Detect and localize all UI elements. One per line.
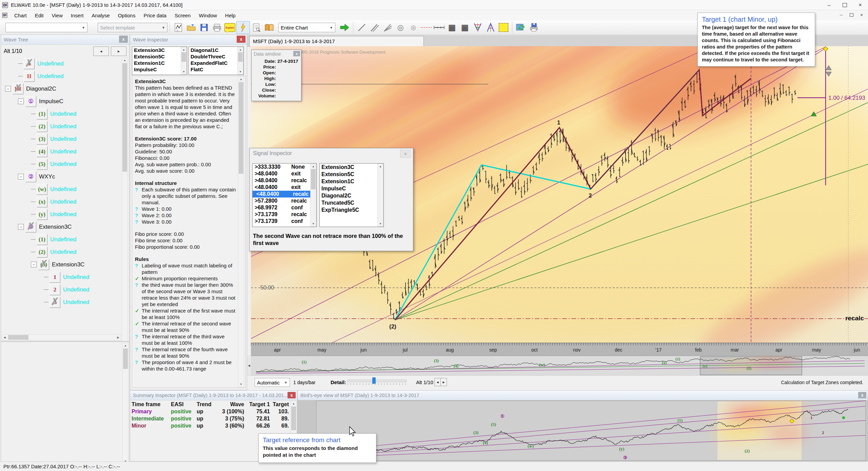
- fibo-ruler-tool-button[interactable]: [420, 21, 433, 34]
- pattern-list-right[interactable]: Diagonal1CDoubleThreeCExpandedFlatCFlatC…: [189, 46, 244, 75]
- go-button[interactable]: [338, 21, 351, 34]
- channel-v-tool-button[interactable]: [471, 21, 484, 34]
- pattern-item[interactable]: Diagonal1C: [189, 47, 243, 53]
- wave-tree-lower-vscroll[interactable]: ▲ ▼: [122, 343, 129, 464]
- menu-item-screen[interactable]: Screen: [171, 11, 195, 20]
- tree-expander-icon[interactable]: −: [5, 86, 11, 92]
- spiral2-tool-button[interactable]: ◎: [407, 21, 420, 34]
- print-button[interactable]: [211, 21, 223, 34]
- tree-row[interactable]: −③✗Extension3C: [2, 221, 121, 233]
- mdi-minimize-icon[interactable]: ─: [836, 11, 846, 19]
- chart-tab[interactable]: MSFT (Daily) 1-9-2013 to 14-3-2017: [249, 36, 424, 46]
- trendline-tool-button[interactable]: [355, 21, 368, 34]
- wave-tree-close-icon[interactable]: x: [119, 36, 128, 43]
- signal-item[interactable]: <48.0400exit: [253, 184, 316, 191]
- tree-row[interactable]: 2Undefined: [2, 283, 121, 296]
- data-window-close-icon[interactable]: x: [293, 51, 300, 56]
- signal-item[interactable]: >73.1739recalc: [253, 211, 316, 218]
- tree-row[interactable]: (1)Undefined: [2, 233, 121, 246]
- wave-tree-vscroll[interactable]: ▲ ▼: [122, 57, 128, 368]
- signal-inspector-close-icon[interactable]: x: [400, 150, 411, 158]
- signal-pattern-item[interactable]: Truncated5C: [320, 199, 383, 206]
- signal-pattern-item[interactable]: ExpTriangle5C: [320, 206, 383, 213]
- template-combo[interactable]: ▼: [5, 23, 87, 32]
- open-template-button[interactable]: [185, 21, 198, 34]
- tree-row[interactable]: IIUndefined: [2, 70, 121, 82]
- tree-row[interactable]: (w)Undefined: [2, 183, 121, 195]
- zoom-mode-combo[interactable]: Automatic▼: [255, 378, 290, 387]
- summary-close-icon[interactable]: x: [288, 392, 296, 398]
- tree-row[interactable]: (5)Undefined: [2, 158, 121, 170]
- nav-scroll-left-icon[interactable]: ◀: [247, 356, 251, 375]
- measure-tool-button[interactable]: [433, 21, 446, 34]
- tree-row[interactable]: 1Undefined: [2, 271, 121, 283]
- book-button[interactable]: [263, 21, 276, 34]
- pattern-item[interactable]: Extension3C: [132, 47, 187, 53]
- detail-slider-track[interactable]: [348, 380, 407, 382]
- signal-list[interactable]: >333.3330None>48.0400exit>48.0400recalc<…: [252, 163, 317, 227]
- wave-tree-hscroll[interactable]: ◀▶: [2, 334, 121, 340]
- signal-pattern-item[interactable]: Diagonal2C: [320, 192, 383, 199]
- signal-item[interactable]: >333.3330None: [253, 164, 316, 170]
- pattern-item-vscroll[interactable]: ▲▼: [181, 47, 187, 75]
- menu-item-insert[interactable]: Insert: [67, 11, 88, 20]
- pattern-item[interactable]: Extension5C: [132, 53, 187, 60]
- summary-row[interactable]: Minorpositiveup3 (60%)66.2669.: [130, 422, 290, 429]
- signal-item[interactable]: >68.9972conf: [253, 204, 316, 211]
- refresh-data-button[interactable]: [514, 21, 527, 34]
- wave-inspector-close-icon[interactable]: x: [237, 36, 245, 43]
- tree-row[interactable]: −III✗Diagonal2C: [2, 82, 121, 95]
- minimize-icon[interactable]: ─: [821, 0, 837, 10]
- tree-row[interactable]: (2)Undefined: [2, 246, 121, 258]
- tree-row[interactable]: −①ImpulseC: [2, 95, 121, 108]
- save-template-button[interactable]: [198, 21, 211, 34]
- tree-row[interactable]: I✗Undefined: [2, 57, 121, 70]
- explain-button[interactable]: Explain: [223, 21, 236, 34]
- tree-row[interactable]: (4)Undefined: [2, 145, 121, 158]
- signal-pattern-vscroll[interactable]: ▲▼: [377, 164, 383, 227]
- tree-expander-icon[interactable]: −: [18, 98, 24, 104]
- pattern-item[interactable]: DoubleThreeC: [189, 53, 243, 60]
- signal-pattern-item[interactable]: Extension1C: [320, 178, 383, 185]
- range-combo[interactable]: Entire Chart▼: [278, 23, 335, 32]
- pattern-item[interactable]: FlatC: [189, 66, 243, 73]
- grid-table2-tool-button[interactable]: ▦: [458, 21, 471, 34]
- detail-slider-thumb[interactable]: [372, 377, 376, 384]
- tree-row[interactable]: −(3)✗Extension3C: [2, 258, 121, 271]
- pattern-item[interactable]: ImpulseC: [132, 66, 187, 73]
- tree-row[interactable]: (x)Undefined: [2, 195, 121, 208]
- summary-row[interactable]: Primarypositiveup3 (100%)75.41103.: [130, 408, 290, 415]
- menu-item-view[interactable]: View: [48, 11, 67, 20]
- signal-item[interactable]: >48.0400recalc: [253, 177, 316, 184]
- pattern-description-vscroll[interactable]: ▲ ▼: [238, 76, 244, 387]
- signal-list-vscroll[interactable]: ▲▼: [310, 164, 316, 227]
- tree-expander-icon[interactable]: −: [31, 262, 37, 267]
- birdseye-chart[interactable]: ①(5)(3)(4)(w)(y)(1)(2)③12: [298, 400, 868, 461]
- tree-row[interactable]: −②WXYc: [2, 170, 121, 183]
- menu-item-chart[interactable]: Chart: [10, 11, 31, 20]
- navigator-strip[interactable]: (1)(3)(4)(w)(x)(1)(y)(2): [251, 356, 868, 376]
- pattern-list-left[interactable]: Extension3CExtension5CExtension1CImpulse…: [132, 46, 187, 75]
- pitchfork-tool-button[interactable]: [484, 21, 497, 34]
- signal-item[interactable]: >48.0400exit: [253, 170, 316, 177]
- menu-item-analyse[interactable]: Analyse: [87, 11, 114, 20]
- print-chart-button[interactable]: [527, 21, 540, 34]
- maximize-icon[interactable]: [837, 0, 852, 10]
- close-icon[interactable]: ×: [852, 0, 868, 10]
- alt-prev-button[interactable]: ◀: [93, 46, 109, 56]
- zone-tool-button[interactable]: [497, 21, 510, 34]
- signal-pattern-list[interactable]: Extension3CExtension5CExtension1CImpulse…: [319, 163, 384, 227]
- tree-row[interactable]: 3✗Undefined: [2, 296, 121, 308]
- signal-pattern-item[interactable]: ImpulseC: [320, 185, 383, 192]
- tree-expander-icon[interactable]: −: [18, 174, 24, 180]
- menu-item-options[interactable]: Options: [114, 11, 140, 20]
- spiral-tool-button[interactable]: ◎: [394, 21, 407, 34]
- analyse-button[interactable]: [236, 21, 250, 34]
- birdseye-close-icon[interactable]: x: [858, 392, 866, 398]
- alt-next-small-button[interactable]: ▶: [440, 378, 447, 386]
- signal-item[interactable]: <48.0400recalc: [253, 191, 316, 197]
- parallel-lines-tool-button[interactable]: [368, 21, 381, 34]
- fan-lines-tool-button[interactable]: [381, 21, 394, 34]
- tree-row[interactable]: (y)Undefined: [2, 208, 121, 221]
- mdi-close-icon[interactable]: ×: [856, 11, 867, 19]
